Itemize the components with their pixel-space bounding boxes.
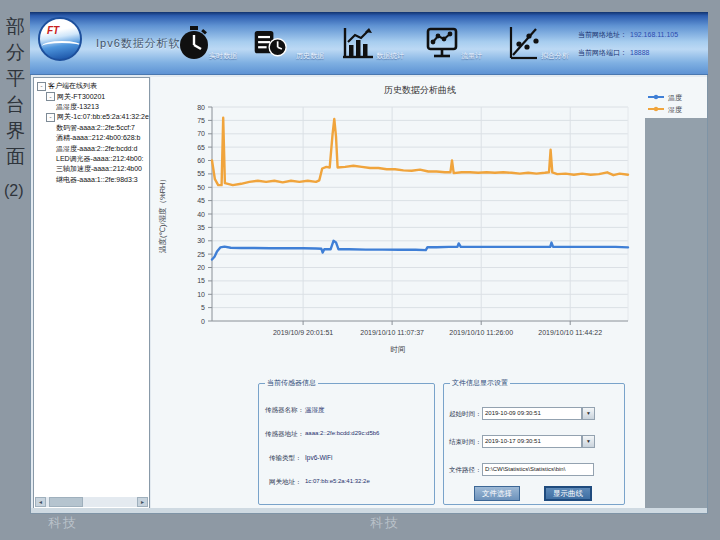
sensor-address-label: 传感器地址： (265, 430, 304, 439)
tree-node-label: 酒精-aaaa::212:4b00:628:b (56, 133, 140, 143)
tree-node-sensor[interactable]: 温湿度-aaaa:2::2fe:bcdd:d (34, 143, 149, 153)
svg-text:75: 75 (197, 117, 205, 124)
svg-text:时间: 时间 (391, 345, 406, 354)
tree-node-label: LED调光器-aaaa::212:4b00: (56, 154, 144, 164)
stopwatch-icon (177, 25, 211, 61)
collapse-icon[interactable] (37, 82, 46, 91)
svg-text:25: 25 (197, 251, 205, 258)
svg-text:35: 35 (197, 224, 205, 231)
svg-text:温度: 温度 (668, 94, 682, 102)
gateway-address-value: 1c:07:bb:e5:2a:41:32:2e (305, 478, 370, 484)
svg-text:65: 65 (197, 144, 205, 151)
gateway-address-label: 网关地址： (269, 478, 302, 487)
toolbar-label: 实时数据 (209, 51, 237, 61)
show-curve-button[interactable]: 显示曲线 (544, 486, 592, 501)
svg-text:20: 20 (197, 264, 205, 271)
history-list-clock-icon (253, 25, 287, 61)
tree-node-sensor[interactable]: 温湿度-13213 (34, 102, 149, 112)
app-logo-icon: FT (38, 17, 82, 61)
tree-node-label: 温湿度-13213 (56, 102, 99, 112)
start-time-dropdown-icon[interactable]: ▼ (582, 407, 595, 420)
start-time-field[interactable]: 2019-10-09 09:30:51 (482, 407, 582, 420)
svg-text:15: 15 (197, 277, 205, 284)
collapse-icon[interactable] (46, 92, 55, 101)
tree-node-sensor[interactable]: 数码管-aaaa:2::2fe:5ccf:7 (34, 123, 149, 133)
client-tree-panel: 客户端在线列表 网关-FT300201 温湿度-13213 网关-1c:07:b… (33, 77, 150, 509)
svg-text:55: 55 (197, 170, 205, 177)
tree-node-gateway[interactable]: 网关-1c:07:bb:e5:2a:41:32:2e (34, 112, 149, 122)
tree-node-label: 继电器-aaaa:1::2fe:98d3:3 (56, 175, 138, 185)
side-label-char: 分 (6, 40, 25, 66)
watermark-text: 科技 (370, 514, 400, 532)
svg-text:2019/10/9 20:01:51: 2019/10/9 20:01:51 (273, 329, 333, 336)
sensor-info-group: 当前传感器信息 传感器名称： 温湿度 传感器地址： aaaa:2::2fe:bc… (258, 378, 435, 505)
tree-node-label: 三轴加速度-aaaa::212:4b00 (56, 164, 142, 174)
network-address-row: 当前网络地址：192.168.11.105 (578, 30, 678, 40)
history-chart: 051015202530354045505560657075802019/10/… (152, 77, 705, 373)
svg-text:60: 60 (197, 157, 205, 164)
file-group-title: 文件信息显示设置 (450, 378, 510, 388)
network-port-label: 当前网络端口： (578, 49, 627, 56)
tree-node-label: 网关-FT300201 (57, 92, 105, 102)
svg-text:2019/10/10 11:26:00: 2019/10/10 11:26:00 (449, 329, 513, 336)
toolbar-label: 数据统计 (376, 51, 404, 61)
collapse-icon[interactable] (46, 113, 55, 122)
svg-text:历史数据分析曲线: 历史数据分析曲线 (384, 85, 456, 95)
svg-text:2019/10/10 11:07:37: 2019/10/10 11:07:37 (360, 329, 424, 336)
sensor-name-label: 传感器名称： (265, 406, 304, 415)
tree-node-root[interactable]: 客户端在线列表 (34, 81, 149, 91)
svg-text:5: 5 (201, 304, 205, 311)
tree-node-sensor[interactable]: LED调光器-aaaa::212:4b00: (34, 154, 149, 164)
svg-text:50: 50 (197, 184, 205, 191)
svg-text:30: 30 (197, 237, 205, 244)
file-path-label: 文件路径： (449, 466, 482, 475)
toolbar-label: 历史数据 (296, 51, 324, 61)
end-time-field[interactable]: 2019-10-17 09:30:51 (482, 435, 582, 448)
tree-node-label: 温湿度-aaaa:2::2fe:bcdd:d (56, 144, 137, 154)
side-label-char: 部 (6, 14, 25, 40)
tree-node-sensor[interactable]: 三轴加速度-aaaa::212:4b00 (34, 164, 149, 174)
slide-background: 部 分 平 台 界 面 (2) FT Ipv6数据分析软件 实时数据 (0, 0, 720, 540)
watermark-text: 科技 (48, 514, 78, 532)
sensor-name-value: 温湿度 (305, 406, 325, 415)
tree-horizontal-scrollbar[interactable]: ◂ ▸ (35, 497, 148, 507)
sensor-group-title: 当前传感器信息 (265, 378, 318, 388)
end-time-dropdown-icon[interactable]: ▼ (582, 435, 595, 448)
network-address-label: 当前网络地址： (578, 31, 627, 38)
svg-text:0: 0 (201, 318, 205, 325)
svg-text:40: 40 (197, 211, 205, 218)
svg-text:10: 10 (197, 291, 205, 298)
svg-text:湿度: 湿度 (668, 106, 682, 114)
side-label-char: 平 (6, 66, 25, 92)
transfer-type-label: 传输类型： (269, 454, 302, 463)
scroll-left-arrow-icon[interactable]: ◂ (35, 497, 46, 507)
start-time-label: 起始时间： (449, 410, 482, 419)
transfer-type-value: Ipv6-WiFi (305, 454, 332, 461)
window-status-strip (31, 508, 707, 513)
bar-chart-icon (341, 25, 375, 61)
tree-node-sensor[interactable]: 酒精-aaaa::212:4b00:628:b (34, 133, 149, 143)
tree-node-sensor[interactable]: 继电器-aaaa:1::2fe:98d3:3 (34, 175, 149, 185)
file-select-button[interactable]: 文件选择 (474, 486, 520, 501)
end-time-label: 结束时间： (449, 438, 482, 447)
file-path-field[interactable]: D:\CW\Statistics\Statistics\bin\ (482, 463, 594, 476)
monitor-curve-icon (425, 25, 459, 61)
network-address-value: 192.168.11.105 (630, 31, 678, 38)
svg-text:2019/10/10 11:44:22: 2019/10/10 11:44:22 (538, 329, 602, 336)
network-port-row: 当前网络端口：18888 (578, 48, 649, 58)
scroll-right-arrow-icon[interactable]: ▸ (137, 497, 148, 507)
svg-text:温度(℃)/湿度（%RH）: 温度(℃)/湿度（%RH） (158, 175, 167, 253)
toolbar-label: 拟合分析 (541, 51, 569, 61)
side-label-number: (2) (4, 182, 24, 200)
sensor-address-value: aaaa:2::2fe:bcdd:d29c:d5b6 (305, 430, 379, 436)
fit-line-scatter-icon (507, 25, 541, 61)
side-label-char: 面 (6, 144, 25, 170)
tree-node-label: 数码管-aaaa:2::2fe:5ccf:7 (56, 123, 135, 133)
logo-text: FT (47, 25, 59, 36)
svg-text:45: 45 (197, 197, 205, 204)
tree-node-gateway[interactable]: 网关-FT300201 (34, 91, 149, 101)
tree-node-label: 网关-1c:07:bb:e5:2a:41:32:2e (57, 112, 149, 122)
side-label-char: 界 (6, 118, 25, 144)
scrollbar-thumb[interactable] (49, 497, 83, 507)
svg-text:80: 80 (197, 104, 205, 111)
